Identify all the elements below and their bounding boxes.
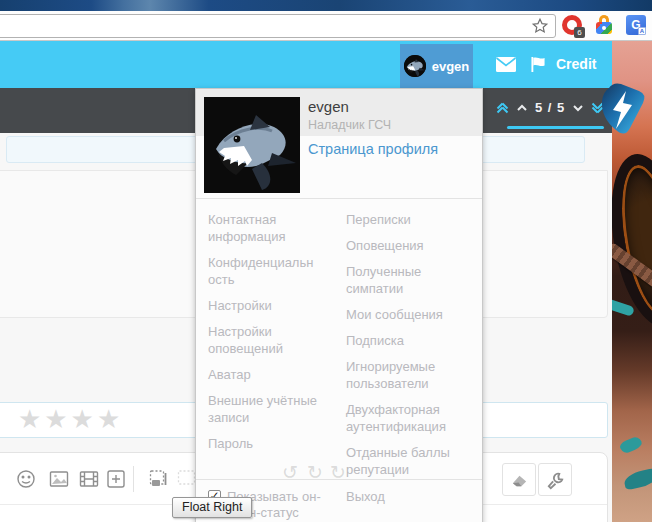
menu-item-password[interactable]: Пароль	[208, 435, 320, 452]
first-page-icon[interactable]	[496, 101, 509, 115]
float-none-icon[interactable]	[177, 469, 197, 489]
flag-icon[interactable]	[529, 57, 547, 72]
page-navigation: 5 / 5	[496, 100, 604, 115]
ghost-undo-icon: ↺	[282, 461, 298, 484]
pager-count: 5 / 5	[535, 100, 565, 115]
dropdown-menu-left-column: Контактная информация Конфиденциальность…	[208, 211, 320, 479]
artwork-teal-accent	[623, 468, 652, 491]
menu-item-alerts[interactable]: Оповещения	[346, 237, 482, 254]
menu-item-external-accounts[interactable]: Внешние учётные записи	[208, 392, 320, 426]
browser-theme-strip	[0, 0, 652, 11]
insert-media-icon[interactable]	[79, 469, 99, 489]
account-menu-button[interactable]: evgen	[400, 44, 473, 88]
dropdown-menu-right-column: Переписки Оповещения Полученные симпатии…	[346, 211, 482, 479]
dropdown-user-title: Наладчик ГСЧ	[308, 118, 391, 132]
user-avatar-large[interactable]	[204, 97, 300, 193]
dropdown-header: evgen Наладчик ГСЧ Страница профиля	[196, 89, 482, 199]
toolbar-separator	[133, 466, 134, 492]
artwork-teal-accent	[619, 435, 644, 455]
menu-item-preferences[interactable]: Настройки	[208, 297, 320, 314]
insert-more-icon[interactable]	[106, 469, 126, 489]
menu-item-my-posts[interactable]: Мои сообщения	[346, 306, 482, 323]
account-dropdown: evgen Наладчик ГСЧ Страница профиля Конт…	[195, 88, 483, 522]
menu-item-conversations[interactable]: Переписки	[346, 211, 482, 228]
insert-image-icon[interactable]	[49, 469, 69, 489]
menu-item-alert-preferences[interactable]: Настройки оповещений	[208, 323, 320, 357]
ghost-redo-icon: ↻	[307, 461, 323, 484]
ghost-refresh-icon: ↻	[330, 461, 346, 484]
translate-fold-icon: A	[638, 27, 646, 35]
lock-keyhole	[602, 26, 606, 30]
site-header	[0, 41, 612, 88]
dropdown-menu: Контактная информация Конфиденциальность…	[196, 199, 482, 479]
editor-settings-button[interactable]	[538, 463, 572, 496]
header-username: evgen	[432, 59, 470, 74]
menu-item-logout[interactable]: Выход	[346, 489, 385, 521]
scroll-progress-bar	[507, 126, 604, 129]
vpn-lock-extension-icon[interactable]	[596, 15, 614, 35]
artwork-teal-accent	[612, 299, 635, 317]
dropdown-username: evgen	[308, 98, 349, 115]
profile-page-link[interactable]: Страница профиля	[308, 141, 438, 157]
menu-item-privacy[interactable]: Конфиденциальность	[208, 254, 320, 288]
menu-item-subscription[interactable]: Подписка	[346, 332, 482, 349]
menu-item-avatar[interactable]: Аватар	[208, 366, 320, 383]
menu-item-likes-received[interactable]: Полученные симпатии	[346, 263, 482, 297]
user-avatar-small	[404, 55, 426, 77]
smiley-icon[interactable]	[16, 469, 36, 489]
menu-item-two-factor[interactable]: Двухфакторная аутентификация	[346, 401, 482, 435]
rating-stars[interactable]: ★★★★	[18, 404, 123, 435]
erase-format-button[interactable]	[502, 463, 536, 496]
wrench-icon	[546, 471, 565, 490]
forum-logo-icon[interactable]	[597, 82, 647, 138]
messages-envelope-icon[interactable]	[496, 57, 516, 72]
opera-badge: 6	[574, 27, 585, 38]
menu-item-ignored-users[interactable]: Игнорируемые пользователи	[346, 358, 482, 392]
credit-link[interactable]: Credit	[556, 56, 596, 72]
menu-item-reputation-points[interactable]: Отданные баллы репутации	[346, 444, 482, 478]
float-right-tooltip: Float Right	[172, 497, 252, 518]
float-left-icon[interactable]	[149, 469, 169, 489]
bookmark-star-icon[interactable]	[531, 17, 549, 35]
prev-page-icon[interactable]	[516, 102, 528, 114]
address-bar-input[interactable]	[0, 14, 556, 38]
menu-item-contact-info[interactable]: Контактная информация	[208, 211, 320, 245]
eraser-icon	[510, 471, 529, 490]
next-page-icon[interactable]	[572, 102, 584, 114]
